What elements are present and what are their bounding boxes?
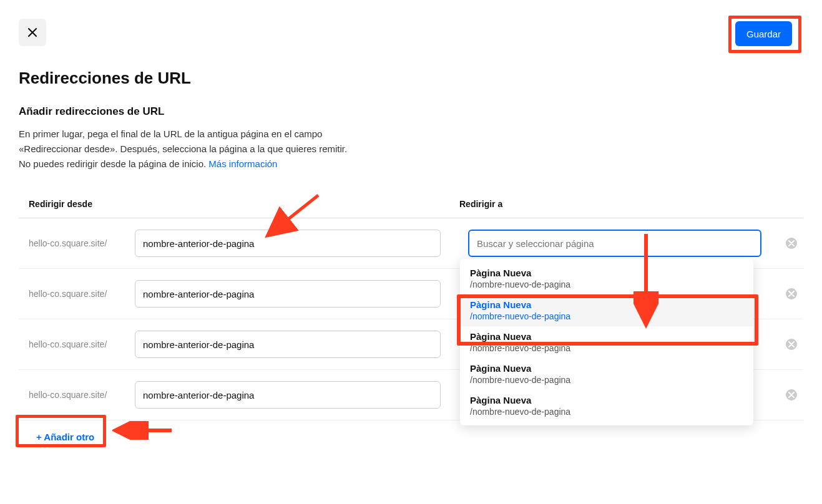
close-icon [788, 240, 795, 246]
description-text: En primer lugar, pega el final de la URL… [19, 128, 347, 169]
dropdown-option-path: /nombre-nuevo-de-pagina [470, 279, 743, 289]
close-icon [27, 27, 37, 37]
dropdown-option-title: Pàgina Nueva [470, 331, 743, 342]
redirect-from-input[interactable] [135, 331, 441, 358]
section-subtitle: Añadir redirecciones de URL [19, 105, 803, 118]
column-header-to: Redirigir a [459, 199, 803, 209]
close-button[interactable] [19, 19, 46, 46]
redirect-from-input[interactable] [135, 230, 441, 257]
remove-row-button[interactable] [786, 339, 797, 350]
close-icon [788, 341, 795, 347]
add-another-button[interactable]: + Añadir otro [29, 427, 102, 447]
save-button[interactable]: Guardar [735, 21, 792, 46]
section-description: En primer lugar, pega el final de la URL… [19, 127, 356, 172]
dropdown-option[interactable]: Pàgina Nueva /nombre-nuevo-de-pagina [460, 390, 753, 422]
dropdown-option[interactable]: Pàgina Nueva /nombre-nuevo-de-pagina [460, 263, 753, 294]
remove-row-button[interactable] [786, 288, 797, 299]
page-select-dropdown: Pàgina Nueva /nombre-nuevo-de-pagina Pàg… [460, 259, 753, 425]
dropdown-option-path: /nombre-nuevo-de-pagina [470, 343, 743, 353]
page-title: Redirecciones de URL [19, 69, 803, 88]
redirect-to-search[interactable] [468, 230, 761, 257]
redirect-from-input[interactable] [135, 280, 441, 308]
column-header-from: Redirigir desde [29, 199, 459, 209]
site-base-label: hello-co.square.site/ [29, 390, 122, 400]
redirect-from-input[interactable] [135, 381, 441, 409]
more-info-link[interactable]: Más información [208, 158, 277, 169]
dropdown-option-title: Pàgina Nueva [470, 268, 743, 278]
dropdown-option-title: Pàgina Nueva [470, 363, 743, 374]
dropdown-option[interactable]: Pàgina Nueva /nombre-nuevo-de-pagina [460, 294, 753, 326]
dropdown-option-path: /nombre-nuevo-de-pagina [470, 407, 743, 417]
site-base-label: hello-co.square.site/ [29, 289, 122, 299]
dropdown-option-path: /nombre-nuevo-de-pagina [470, 311, 743, 321]
dropdown-option[interactable]: Pàgina Nueva /nombre-nuevo-de-pagina [460, 358, 753, 390]
dropdown-option[interactable]: Pàgina Nueva /nombre-nuevo-de-pagina [460, 326, 753, 358]
site-base-label: hello-co.square.site/ [29, 238, 122, 248]
close-icon [788, 291, 795, 297]
close-icon [788, 392, 795, 398]
site-base-label: hello-co.square.site/ [29, 339, 122, 349]
remove-row-button[interactable] [786, 238, 797, 249]
dropdown-option-title: Pàgina Nueva [470, 395, 743, 405]
dropdown-option-path: /nombre-nuevo-de-pagina [470, 375, 743, 385]
dropdown-option-title: Pàgina Nueva [470, 299, 743, 310]
remove-row-button[interactable] [786, 389, 797, 400]
